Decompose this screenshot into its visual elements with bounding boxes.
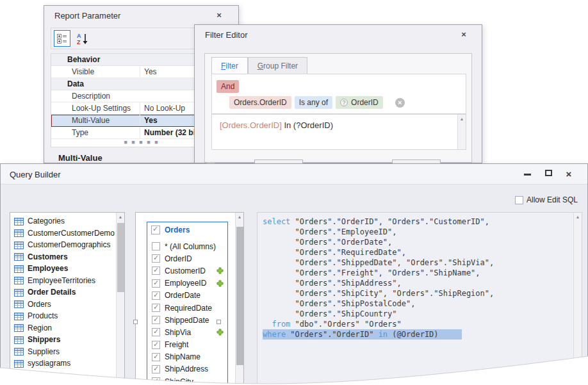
- sql-editor-panel[interactable]: select "Orders"."OrderID", "Orders"."Cus…: [257, 212, 582, 385]
- table-item-employeeterritories[interactable]: EmployeeTerritories: [10, 275, 124, 287]
- column-shipaddress[interactable]: ✓ShipAddress: [147, 363, 227, 375]
- orders-card-header[interactable]: ✓ Orders: [147, 222, 227, 237]
- table-item-sysdiagrams[interactable]: sysdiagrams: [10, 357, 124, 370]
- checkbox-checked[interactable]: ✓: [152, 341, 160, 349]
- tables-scrollbar[interactable]: ▲: [116, 213, 124, 385]
- column-requireddate[interactable]: ✓RequiredDate: [147, 302, 227, 314]
- close-icon[interactable]: ×: [459, 29, 469, 40]
- query-builder-titlebar[interactable]: Query Builder ×: [1, 164, 587, 184]
- column-orderid[interactable]: ✓OrderID: [147, 252, 227, 265]
- selection-handle-left[interactable]: [133, 320, 138, 324]
- checkmark-icon: ✓: [153, 266, 159, 274]
- table-item-order-details[interactable]: Order Details: [10, 286, 124, 299]
- diagram-panel: ✓ Orders * (All Columns) ✓OrderID ✓Custo…: [135, 212, 244, 385]
- column-employeeid[interactable]: ✓EmployeeID: [147, 277, 227, 290]
- checkbox-checked[interactable]: ✓: [152, 377, 160, 385]
- column-orderdate[interactable]: ✓OrderDate: [147, 290, 227, 302]
- checkbox-checked[interactable]: ✓: [152, 365, 160, 373]
- allow-edit-sql-checkbox[interactable]: Allow Edit SQL: [515, 195, 578, 204]
- checkbox-checked[interactable]: ✓: [152, 304, 160, 312]
- checkbox-unchecked[interactable]: [515, 196, 523, 204]
- diagram-scrollbar[interactable]: ▲: [235, 213, 243, 385]
- checkmark-icon: ✓: [153, 377, 159, 385]
- column-customerid[interactable]: ✓CustomerID: [147, 265, 227, 277]
- close-icon[interactable]: ×: [214, 10, 224, 20]
- filter-tabs: Filter Group Filter: [211, 57, 307, 74]
- sql-scrollbar[interactable]: ▲: [573, 213, 582, 385]
- checkbox-checked[interactable]: ✓: [152, 353, 160, 361]
- column-shipname[interactable]: ✓ShipName: [147, 351, 227, 363]
- checkbox-checked[interactable]: ✓: [152, 328, 160, 336]
- checkbox-checked[interactable]: ✓: [152, 291, 160, 300]
- condition-field-chip[interactable]: Orders.OrderID: [229, 96, 291, 109]
- table-item-shippers[interactable]: Shippers: [10, 334, 124, 346]
- checkbox-checked[interactable]: ✓: [152, 266, 160, 275]
- table-item-customercustomerdemo[interactable]: CustomerCustomerDemo: [10, 227, 124, 240]
- preview-rest: In (?OrderID): [282, 120, 333, 130]
- table-icon: [14, 229, 24, 237]
- filter-editor-window: Filter Editor × Filter Group Filter And …: [194, 24, 482, 163]
- table-icon: [14, 217, 24, 225]
- sql-text: select "Orders"."OrderID", "Orders"."Cus…: [263, 217, 494, 340]
- column-all-columns[interactable]: * (All Columns): [147, 240, 227, 252]
- column-shippeddate[interactable]: ✓ShippedDate: [147, 314, 227, 326]
- checkmark-icon: ✓: [153, 303, 159, 311]
- checkbox-checked[interactable]: ✓: [152, 316, 160, 324]
- filter-condition-area: And Orders.OrderID Is any of ? OrderID ×: [211, 74, 466, 114]
- column-freight[interactable]: ✓Freight: [147, 339, 227, 351]
- table-icon: [14, 371, 24, 379]
- minimize-icon[interactable]: [521, 169, 533, 179]
- column-shipvia[interactable]: ✓ShipVia: [147, 326, 227, 338]
- table-icon: [14, 359, 24, 368]
- tab-group-filter[interactable]: Group Filter: [248, 57, 307, 74]
- table-item-products[interactable]: Products: [10, 310, 124, 322]
- scroll-up-icon[interactable]: ▲: [117, 213, 124, 219]
- close-icon[interactable]: ×: [563, 169, 575, 179]
- parameter-icon: ?: [340, 99, 348, 106]
- delete-condition-icon[interactable]: ×: [395, 98, 405, 108]
- alphabetical-sort-icon[interactable]: A Z: [76, 32, 92, 46]
- table-item-territories[interactable]: Territories: [10, 370, 124, 382]
- screen: Report Parameter × A Z: [0, 0, 588, 385]
- tab-filter[interactable]: Filter: [211, 57, 248, 74]
- condition-operator-chip[interactable]: Is any of: [295, 96, 332, 109]
- preview-scrollbar[interactable]: ▲: [457, 115, 466, 149]
- filter-editor-titlebar[interactable]: Filter Editor ×: [195, 25, 482, 44]
- filter-preview-text: [Orders.OrderID] In (?OrderID): [220, 120, 333, 130]
- checkbox-checked[interactable]: ✓: [152, 279, 160, 288]
- scroll-up-icon[interactable]: ▲: [458, 115, 466, 121]
- add-relation-icon[interactable]: [216, 329, 224, 336]
- filter-preview-area: [Orders.OrderID] In (?OrderID) ▲: [211, 114, 466, 150]
- checkmark-icon: ✓: [153, 327, 159, 336]
- preview-field: [Orders.OrderID]: [220, 120, 282, 130]
- table-icon: [14, 336, 24, 344]
- scroll-up-icon[interactable]: ▲: [236, 213, 243, 219]
- table-item-categories[interactable]: Categories: [10, 215, 124, 227]
- scrollbar-thumb[interactable]: [236, 227, 243, 365]
- scrollbar-thumb[interactable]: [117, 223, 124, 292]
- report-parameter-titlebar[interactable]: Report Parameter ×: [44, 6, 238, 25]
- checkbox-checked[interactable]: ✓: [152, 254, 160, 263]
- table-item-customerdemographics[interactable]: CustomerDemographics: [10, 239, 124, 251]
- scroll-up-icon[interactable]: ▲: [574, 213, 582, 219]
- group-operator-chip[interactable]: And: [216, 80, 239, 93]
- orders-table-card[interactable]: ✓ Orders * (All Columns) ✓OrderID ✓Custo…: [147, 222, 228, 385]
- table-item-suppliers[interactable]: Suppliers: [10, 346, 124, 358]
- column-shipcity[interactable]: ✓ShipCity: [147, 375, 227, 385]
- checkmark-icon: ✓: [153, 279, 159, 287]
- table-item-employees[interactable]: Employees: [10, 263, 124, 275]
- maximize-icon[interactable]: [543, 169, 554, 179]
- checkmark-icon: ✓: [153, 291, 159, 299]
- checkbox-unchecked[interactable]: [152, 242, 160, 250]
- table-item-customers[interactable]: Customers: [10, 251, 124, 263]
- table-item-region[interactable]: Region: [10, 322, 124, 334]
- categorized-view-icon[interactable]: [54, 30, 70, 47]
- checkmark-icon: ✓: [153, 365, 159, 373]
- checkbox-checked[interactable]: ✓: [151, 225, 160, 234]
- add-relation-icon[interactable]: [216, 280, 224, 287]
- condition-value-chip[interactable]: ? OrderID: [336, 96, 383, 109]
- table-icon: [14, 288, 24, 297]
- table-item-orders[interactable]: Orders: [10, 299, 124, 311]
- add-relation-icon[interactable]: [216, 267, 224, 274]
- selection-handle-right[interactable]: [216, 320, 221, 324]
